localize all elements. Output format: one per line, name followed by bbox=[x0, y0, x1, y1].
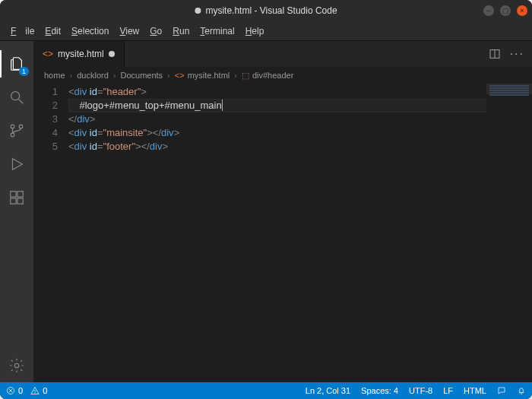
menu-help[interactable]: Help bbox=[241, 24, 269, 38]
symbol-icon: ⬚ bbox=[242, 71, 249, 81]
status-bar: 0 0 Ln 2, Col 31 Spaces: 4 UTF-8 LF HTML bbox=[0, 382, 532, 399]
search-icon bbox=[8, 89, 25, 106]
line-gutter: 12345 bbox=[33, 84, 68, 382]
tab-bar: <> mysite.html ··· bbox=[33, 41, 532, 67]
svg-point-0 bbox=[11, 92, 20, 100]
menu-go[interactable]: Go bbox=[145, 24, 166, 38]
code-token: > bbox=[141, 86, 147, 97]
html-file-icon: <> bbox=[43, 49, 53, 59]
chevron-right-icon: › bbox=[112, 71, 118, 80]
code-token: < bbox=[68, 141, 74, 152]
error-count: 0 bbox=[18, 386, 23, 395]
tab-mysite[interactable]: <> mysite.html bbox=[33, 41, 125, 67]
more-actions-icon[interactable]: ··· bbox=[510, 47, 524, 61]
chevron-right-icon: › bbox=[166, 71, 172, 80]
svg-point-17 bbox=[35, 393, 36, 394]
code-token: < bbox=[68, 86, 74, 97]
code-token: = bbox=[97, 86, 103, 97]
status-warnings[interactable]: 0 bbox=[30, 386, 47, 395]
html-file-icon: <> bbox=[175, 71, 185, 80]
svg-point-2 bbox=[11, 125, 14, 128]
menu-edit[interactable]: Edit bbox=[40, 24, 65, 38]
code-line[interactable]: <div id="header"> bbox=[68, 85, 532, 99]
editor[interactable]: 12345 <div id="header"> #logo+#menu_top+… bbox=[33, 84, 532, 382]
activity-search[interactable] bbox=[0, 81, 33, 114]
code-token: div bbox=[74, 86, 87, 97]
code-line[interactable]: <div id="mainsite"></div> bbox=[68, 126, 532, 140]
chevron-right-icon: › bbox=[233, 71, 239, 80]
code-line[interactable]: #logo+#menu_top+#menu_main bbox=[68, 99, 532, 112]
code-line[interactable]: <div id="footer"></div> bbox=[68, 140, 532, 154]
menu-terminal[interactable]: Terminal bbox=[195, 24, 239, 38]
status-eol[interactable]: LF bbox=[443, 386, 453, 395]
menu-selection[interactable]: Selection bbox=[67, 24, 113, 38]
code-token: "header" bbox=[103, 86, 141, 97]
breadcrumb-file[interactable]: mysite.html bbox=[188, 71, 230, 80]
menu-view[interactable]: View bbox=[115, 24, 144, 38]
status-errors[interactable]: 0 bbox=[6, 386, 23, 395]
chevron-right-icon: › bbox=[68, 71, 74, 80]
activity-run-debug[interactable] bbox=[0, 147, 33, 181]
tab-filename: mysite.html bbox=[58, 49, 104, 59]
code-token: > bbox=[162, 141, 168, 152]
editor-area: <> mysite.html ··· home › ducklord › Doc… bbox=[33, 41, 532, 382]
code-token: = bbox=[97, 127, 103, 138]
play-icon bbox=[8, 156, 25, 173]
window-title-text: mysite.html - Visual Studio Code bbox=[205, 5, 337, 16]
activity-bar: 1 bbox=[0, 41, 33, 382]
extensions-icon bbox=[8, 189, 25, 206]
window-controls: – ▢ × bbox=[483, 5, 527, 16]
code-token: > bbox=[90, 113, 96, 125]
code-token: "mainsite" bbox=[103, 127, 147, 138]
modified-indicator-icon bbox=[195, 8, 201, 14]
close-button[interactable]: × bbox=[517, 5, 527, 16]
status-language[interactable]: HTML bbox=[464, 386, 486, 395]
status-line-col[interactable]: Ln 2, Col 31 bbox=[306, 386, 350, 395]
status-encoding[interactable]: UTF-8 bbox=[409, 386, 432, 395]
breadcrumbs[interactable]: home › ducklord › Documents › <> mysite.… bbox=[33, 67, 532, 84]
breadcrumb-part[interactable]: Documents bbox=[120, 71, 163, 80]
warning-icon bbox=[30, 386, 40, 395]
maximize-button[interactable]: ▢ bbox=[500, 5, 511, 16]
menubar: File Edit Selection View Go Run Terminal… bbox=[0, 21, 532, 41]
activity-settings[interactable] bbox=[0, 349, 33, 382]
activity-explorer[interactable]: 1 bbox=[0, 47, 33, 81]
split-editor-icon[interactable] bbox=[489, 48, 501, 60]
menu-run[interactable]: Run bbox=[168, 24, 194, 38]
code-token: div bbox=[74, 141, 87, 152]
titlebar: mysite.html - Visual Studio Code – ▢ × bbox=[0, 0, 532, 21]
status-indent[interactable]: Spaces: 4 bbox=[361, 386, 398, 395]
code-token: ></ bbox=[135, 141, 150, 152]
svg-rect-8 bbox=[11, 198, 16, 204]
svg-point-4 bbox=[19, 125, 23, 128]
breadcrumb-symbol[interactable]: div#header bbox=[252, 71, 293, 80]
menu-file[interactable]: File bbox=[6, 24, 39, 38]
breadcrumb-part[interactable]: home bbox=[44, 71, 65, 80]
code-token: id bbox=[90, 141, 97, 152]
tab-actions: ··· bbox=[481, 41, 532, 67]
breadcrumb-part[interactable]: ducklord bbox=[77, 71, 109, 80]
feedback-icon bbox=[497, 386, 506, 395]
status-feedback[interactable] bbox=[497, 386, 506, 395]
minimap[interactable] bbox=[486, 84, 532, 382]
code-token: </ bbox=[68, 113, 77, 125]
code-token: div bbox=[77, 113, 90, 125]
code-content[interactable]: <div id="header"> #logo+#menu_top+#menu_… bbox=[68, 84, 532, 382]
svg-marker-5 bbox=[13, 159, 23, 170]
status-notifications[interactable] bbox=[517, 386, 526, 395]
activity-source-control[interactable] bbox=[0, 114, 33, 147]
activity-extensions[interactable] bbox=[0, 181, 33, 214]
svg-rect-6 bbox=[11, 192, 16, 197]
code-token: < bbox=[68, 127, 74, 138]
svg-line-1 bbox=[19, 100, 24, 104]
warning-count: 0 bbox=[43, 386, 47, 395]
svg-rect-7 bbox=[17, 192, 23, 197]
code-line[interactable]: </div> bbox=[68, 112, 532, 126]
minimize-button[interactable]: – bbox=[483, 5, 494, 16]
code-token: = bbox=[97, 141, 103, 152]
workbench-body: 1 <> mysite.html bbox=[0, 41, 532, 382]
text-cursor bbox=[222, 100, 223, 111]
code-token: > bbox=[174, 127, 180, 138]
bell-icon bbox=[517, 386, 526, 395]
code-token: id bbox=[90, 127, 97, 138]
